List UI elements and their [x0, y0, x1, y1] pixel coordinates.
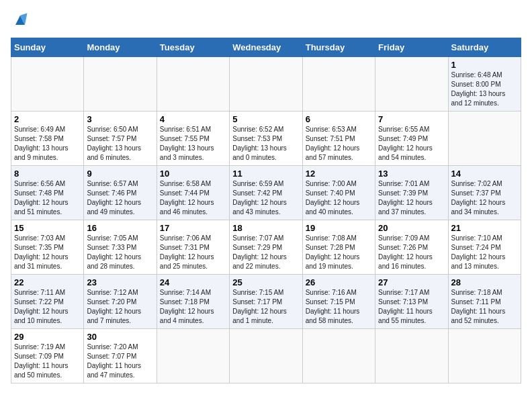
table-row: 4Sunrise: 6:51 AMSunset: 7:55 PMDaylight… [157, 111, 229, 166]
table-row: 8Sunrise: 6:56 AMSunset: 7:48 PMDaylight… [11, 166, 84, 220]
calendar-table: SundayMondayTuesdayWednesdayThursdayFrid… [11, 38, 521, 383]
table-row: 16Sunrise: 7:05 AMSunset: 7:33 PMDayligh… [84, 220, 157, 275]
header-wednesday: Wednesday [230, 38, 302, 57]
table-row: 21Sunrise: 7:10 AMSunset: 7:24 PMDayligh… [448, 220, 521, 275]
table-row [230, 57, 302, 111]
table-row [375, 57, 448, 111]
table-row [375, 329, 448, 383]
logo [11, 11, 32, 30]
table-row: 30Sunrise: 7:20 AMSunset: 7:07 PMDayligh… [84, 329, 157, 383]
table-row: 15Sunrise: 7:03 AMSunset: 7:35 PMDayligh… [11, 220, 84, 275]
calendar-week-3: 8Sunrise: 6:56 AMSunset: 7:48 PMDaylight… [11, 166, 521, 220]
header-friday: Friday [375, 38, 448, 57]
table-row: 5Sunrise: 6:52 AMSunset: 7:53 PMDaylight… [230, 111, 302, 166]
header-saturday: Saturday [448, 38, 521, 57]
logo-icon [11, 11, 30, 30]
table-row: 14Sunrise: 7:02 AMSunset: 7:37 PMDayligh… [448, 166, 521, 220]
table-row [448, 329, 521, 383]
calendar-week-4: 15Sunrise: 7:03 AMSunset: 7:35 PMDayligh… [11, 220, 521, 275]
page-header [11, 11, 521, 30]
table-row: 27Sunrise: 7:17 AMSunset: 7:13 PMDayligh… [375, 275, 448, 329]
calendar-header: SundayMondayTuesdayWednesdayThursdayFrid… [11, 38, 521, 57]
calendar-week-5: 22Sunrise: 7:11 AMSunset: 7:22 PMDayligh… [11, 275, 521, 329]
table-row [302, 57, 375, 111]
table-row: 9Sunrise: 6:57 AMSunset: 7:46 PMDaylight… [84, 166, 157, 220]
table-row: 12Sunrise: 7:00 AMSunset: 7:40 PMDayligh… [302, 166, 375, 220]
table-row: 3Sunrise: 6:50 AMSunset: 7:57 PMDaylight… [84, 111, 157, 166]
calendar-week-1: 1Sunrise: 6:48 AMSunset: 8:00 PMDaylight… [11, 57, 521, 111]
table-row: 25Sunrise: 7:15 AMSunset: 7:17 PMDayligh… [230, 275, 302, 329]
header-row: SundayMondayTuesdayWednesdayThursdayFrid… [11, 38, 521, 57]
table-row: 20Sunrise: 7:09 AMSunset: 7:26 PMDayligh… [375, 220, 448, 275]
table-row: 18Sunrise: 7:07 AMSunset: 7:29 PMDayligh… [230, 220, 302, 275]
table-row: 10Sunrise: 6:58 AMSunset: 7:44 PMDayligh… [157, 166, 229, 220]
table-row [157, 57, 229, 111]
table-row [11, 57, 84, 111]
table-row: 6Sunrise: 6:53 AMSunset: 7:51 PMDaylight… [302, 111, 375, 166]
header-tuesday: Tuesday [157, 38, 229, 57]
table-row [302, 329, 375, 383]
table-row: 17Sunrise: 7:06 AMSunset: 7:31 PMDayligh… [157, 220, 229, 275]
table-row: 28Sunrise: 7:18 AMSunset: 7:11 PMDayligh… [448, 275, 521, 329]
table-row [157, 329, 229, 383]
table-row [84, 57, 157, 111]
header-monday: Monday [84, 38, 157, 57]
table-row: 19Sunrise: 7:08 AMSunset: 7:28 PMDayligh… [302, 220, 375, 275]
table-row: 7Sunrise: 6:55 AMSunset: 7:49 PMDaylight… [375, 111, 448, 166]
table-row: 24Sunrise: 7:14 AMSunset: 7:18 PMDayligh… [157, 275, 229, 329]
header-sunday: Sunday [11, 38, 84, 57]
table-row: 11Sunrise: 6:59 AMSunset: 7:42 PMDayligh… [230, 166, 302, 220]
table-row [448, 111, 521, 166]
table-row [230, 329, 302, 383]
table-row: 2Sunrise: 6:49 AMSunset: 7:58 PMDaylight… [11, 111, 84, 166]
table-row: 26Sunrise: 7:16 AMSunset: 7:15 PMDayligh… [302, 275, 375, 329]
table-row: 1Sunrise: 6:48 AMSunset: 8:00 PMDaylight… [448, 57, 521, 111]
table-row: 29Sunrise: 7:19 AMSunset: 7:09 PMDayligh… [11, 329, 84, 383]
table-row: 13Sunrise: 7:01 AMSunset: 7:39 PMDayligh… [375, 166, 448, 220]
calendar-body: 1Sunrise: 6:48 AMSunset: 8:00 PMDaylight… [11, 57, 521, 383]
header-thursday: Thursday [302, 38, 375, 57]
calendar-week-6: 29Sunrise: 7:19 AMSunset: 7:09 PMDayligh… [11, 329, 521, 383]
table-row: 22Sunrise: 7:11 AMSunset: 7:22 PMDayligh… [11, 275, 84, 329]
calendar-week-2: 2Sunrise: 6:49 AMSunset: 7:58 PMDaylight… [11, 111, 521, 166]
table-row: 23Sunrise: 7:12 AMSunset: 7:20 PMDayligh… [84, 275, 157, 329]
